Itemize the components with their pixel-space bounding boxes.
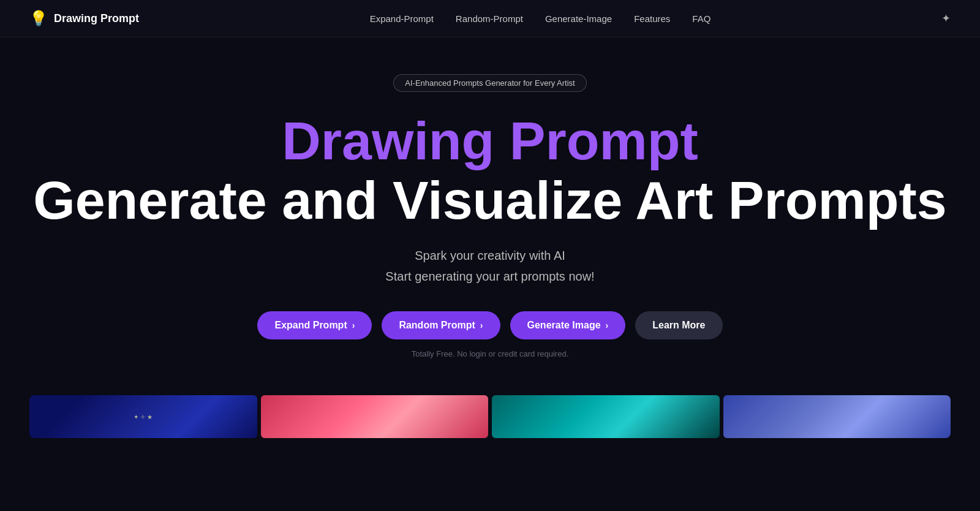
hero-subtitle: Spark your creativity with AI Start gene… [385, 245, 594, 287]
hero-subtitle-line2: Start generating your art prompts now! [385, 270, 594, 283]
hero-buttons: Expand Prompt › Random Prompt › Generate… [257, 311, 722, 339]
expand-prompt-arrow: › [352, 320, 355, 330]
hero-title: Drawing Prompt Generate and Visualize Ar… [33, 112, 947, 230]
nav-right: ✦ [941, 12, 951, 25]
expand-prompt-button[interactable]: Expand Prompt › [257, 311, 372, 339]
random-prompt-arrow: › [480, 320, 483, 330]
thumbnail-1 [29, 395, 257, 438]
hero-title-white: Generate and Visualize Art Prompts [33, 171, 947, 230]
random-prompt-label: Random Prompt [399, 320, 475, 331]
hero-subtitle-line1: Spark your creativity with AI [415, 249, 565, 262]
random-prompt-button[interactable]: Random Prompt › [382, 311, 500, 339]
generate-image-arrow: › [606, 320, 609, 330]
hero-title-purple: Drawing Prompt [33, 112, 947, 171]
hero-badge: AI-Enhanced Prompts Generator for Every … [393, 74, 586, 92]
nav-link-random-prompt[interactable]: Random-Prompt [456, 13, 523, 24]
theme-toggle-icon[interactable]: ✦ [941, 12, 951, 25]
generate-image-label: Generate Image [527, 320, 601, 331]
logo-icon: 💡 [29, 10, 48, 27]
hero-footnote: Totally Free. No login or credit card re… [412, 349, 569, 358]
navbar: 💡 Drawing Prompt Expand-Prompt Random-Pr… [0, 0, 980, 37]
nav-link-features[interactable]: Features [634, 13, 670, 24]
expand-prompt-label: Expand Prompt [274, 320, 347, 331]
hero-badge-text: AI-Enhanced Prompts Generator for Every … [405, 78, 575, 88]
nav-links: Expand-Prompt Random-Prompt Generate-Ima… [370, 13, 711, 24]
logo-text: Drawing Prompt [54, 12, 139, 25]
thumbnail-3 [492, 395, 720, 438]
nav-link-generate-image[interactable]: Generate-Image [545, 13, 612, 24]
generate-image-button[interactable]: Generate Image › [510, 311, 626, 339]
learn-more-button[interactable]: Learn More [635, 311, 722, 339]
nav-link-faq[interactable]: FAQ [692, 13, 710, 24]
logo[interactable]: 💡 Drawing Prompt [29, 10, 139, 27]
thumbnail-2 [261, 395, 489, 438]
art-thumbnails [29, 395, 951, 438]
hero-section: AI-Enhanced Prompts Generator for Every … [0, 37, 980, 463]
thumbnail-4 [723, 395, 951, 438]
learn-more-label: Learn More [652, 320, 705, 331]
nav-link-expand-prompt[interactable]: Expand-Prompt [370, 13, 434, 24]
